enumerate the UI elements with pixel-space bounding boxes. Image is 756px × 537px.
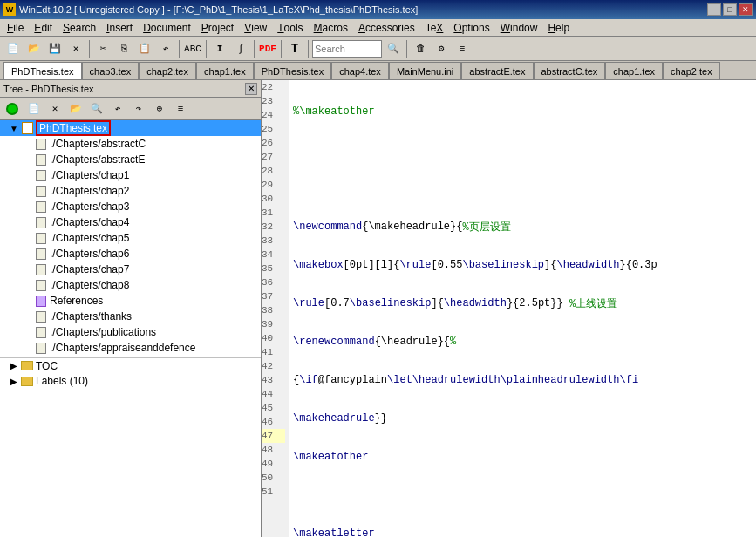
tab-1[interactable]: chap3.tex: [82, 62, 140, 79]
tree-item-appraise[interactable]: ▶ ./Chapters/appraiseanddefence: [0, 340, 261, 356]
bold-button[interactable]: I: [210, 39, 229, 58]
new-button[interactable]: 📄: [3, 39, 23, 58]
delete-button[interactable]: 🗑: [411, 39, 430, 58]
panel-close-button[interactable]: ✕: [245, 83, 257, 95]
separator-5: [281, 40, 282, 58]
tree-toggle-root[interactable]: ▼: [7, 121, 21, 135]
settings-button[interactable]: ⚙: [432, 39, 451, 58]
file-icon-chap8: [35, 279, 47, 291]
menu-insert[interactable]: Insert: [101, 19, 138, 36]
search-input[interactable]: [312, 40, 382, 58]
menu-bar: File Edit Search Insert Document Project…: [0, 19, 756, 37]
pdf-button[interactable]: PDF: [258, 39, 277, 58]
tree-view[interactable]: ▼ PhDThesis.tex ▶ ./Chapters/abstractC ▶…: [0, 120, 261, 537]
code-area[interactable]: 22 23 24 25 26 27 28 29 30 31 32 33 34 3…: [262, 80, 756, 537]
label-chap2: ./Chapters/chap2: [50, 185, 129, 197]
labels-toggle[interactable]: ▶: [7, 374, 21, 388]
menu-search[interactable]: Search: [58, 19, 101, 36]
panel-tb-btn4[interactable]: 🔍: [87, 99, 106, 119]
tree-item-chap6[interactable]: ▶ ./Chapters/chap6: [0, 246, 261, 262]
code-line-33: \makeatletter: [293, 527, 753, 537]
tree-item-chap4[interactable]: ▶ ./Chapters/chap4: [0, 214, 261, 230]
root-label[interactable]: PhDThesis.tex: [36, 120, 111, 136]
math-button[interactable]: ∫: [231, 39, 250, 58]
tab-3[interactable]: chap1.tex: [196, 62, 254, 79]
panel-tb-arrow[interactable]: [3, 99, 23, 119]
panel-tb-btn1[interactable]: 📄: [24, 99, 44, 119]
save-button[interactable]: 💾: [45, 39, 65, 58]
tree-item-chap8[interactable]: ▶ ./Chapters/chap8: [0, 277, 261, 293]
tree-item-chap5[interactable]: ▶ ./Chapters/chap5: [0, 230, 261, 246]
tab-9[interactable]: chap1.tex: [605, 62, 663, 79]
tree-item-references[interactable]: ▶ References: [0, 293, 261, 309]
file-icon-abstractc: [35, 138, 47, 150]
tree-item-abstracte[interactable]: ▶ ./Chapters/abstractE: [0, 152, 261, 167]
tab-0[interactable]: PhDThesis.tex: [3, 62, 82, 79]
tree-item-chap2[interactable]: ▶ ./Chapters/chap2: [0, 183, 261, 199]
tab-7[interactable]: abstractE.tex: [461, 62, 533, 79]
tree-item-thanks[interactable]: ▶ ./Chapters/thanks: [0, 309, 261, 324]
panel-tb-btn2[interactable]: ✕: [45, 99, 65, 119]
spell-button[interactable]: ABC: [183, 39, 202, 58]
search-go-button[interactable]: 🔍: [384, 39, 403, 58]
copy-button[interactable]: ⎘: [114, 39, 133, 58]
panel-tb-btn5[interactable]: ↶: [108, 99, 127, 119]
label-chap1: ./Chapters/chap1: [50, 169, 129, 181]
panel-tb-btn7[interactable]: ⊕: [150, 99, 169, 119]
tab-2[interactable]: chap2.tex: [139, 62, 196, 79]
code-line-32: [293, 488, 753, 502]
menu-options[interactable]: Options: [448, 19, 494, 36]
minimize-button[interactable]: —: [707, 3, 721, 16]
tree-item-publications[interactable]: ▶ ./Chapters/publications: [0, 324, 261, 340]
panel-tb-btn3[interactable]: 📂: [66, 99, 85, 119]
tree-spacer: ▶: [21, 137, 35, 151]
close-doc-button[interactable]: ✕: [66, 39, 85, 58]
tab-8[interactable]: abstractC.tex: [534, 62, 606, 79]
tree-item-labels[interactable]: ▶ Labels (10): [0, 373, 261, 389]
cut-button[interactable]: ✂: [93, 39, 112, 58]
tab-4[interactable]: PhDThesis.tex: [254, 62, 332, 79]
tree-item-chap1[interactable]: ▶ ./Chapters/chap1: [0, 167, 261, 183]
panel-title-text: Tree - PhDThesis.tex: [3, 84, 94, 94]
undo-button[interactable]: ↶: [156, 39, 175, 58]
menu-edit[interactable]: Edit: [29, 19, 58, 36]
label-appraise: ./Chapters/appraiseanddefence: [50, 342, 195, 354]
menu-tex[interactable]: TeX: [420, 19, 449, 36]
close-button[interactable]: ✕: [739, 3, 753, 16]
title-bar-left: W WinEdt 10.2 [ Unregistered Copy ] - [F…: [3, 3, 418, 16]
tree-item-toc[interactable]: ▶ TOC: [0, 357, 261, 373]
menu-view[interactable]: View: [239, 19, 272, 36]
code-line-29: {\if@fancyplain\let\headrulewidth\plainh…: [293, 373, 753, 387]
tree-item-abstractc[interactable]: ▶ ./Chapters/abstractC: [0, 136, 261, 152]
panel-tb-btn6[interactable]: ↷: [129, 99, 148, 119]
label-references: References: [50, 295, 103, 307]
tree-item-chap7[interactable]: ▶ ./Chapters/chap7: [0, 262, 261, 277]
open-button[interactable]: 📂: [24, 39, 44, 58]
menu-document[interactable]: Document: [138, 19, 196, 36]
menu-macros[interactable]: Macros: [309, 19, 353, 36]
menu-accessories[interactable]: Accessories: [353, 19, 420, 36]
tab-6[interactable]: MainMenu.ini: [389, 62, 461, 79]
tree-item-chap3[interactable]: ▶ ./Chapters/chap3: [0, 199, 261, 214]
label-chap8: ./Chapters/chap8: [50, 279, 129, 291]
menu-tools[interactable]: Tools: [272, 19, 308, 36]
title-controls[interactable]: — □ ✕: [707, 3, 753, 16]
file-icon-chap2: [35, 185, 47, 197]
menu-help[interactable]: Help: [542, 19, 575, 36]
menu-project[interactable]: Project: [196, 19, 239, 36]
font-large[interactable]: T: [285, 39, 304, 58]
file-icon-chap4: [35, 216, 47, 228]
toc-toggle[interactable]: ▶: [7, 359, 21, 373]
tab-5[interactable]: chap4.tex: [331, 62, 389, 79]
title-bar: W WinEdt 10.2 [ Unregistered Copy ] - [F…: [0, 0, 756, 19]
maximize-button[interactable]: □: [723, 3, 737, 16]
menu-window[interactable]: Window: [495, 19, 543, 36]
paste-button[interactable]: 📋: [135, 39, 154, 58]
separator-7: [406, 40, 407, 58]
tab-10[interactable]: chap2.tex: [663, 62, 720, 79]
label-chap5: ./Chapters/chap5: [50, 232, 129, 244]
more-button[interactable]: ≡: [453, 39, 472, 58]
menu-file[interactable]: File: [2, 19, 29, 36]
panel-tb-btn8[interactable]: ≡: [171, 99, 190, 119]
tree-item-root[interactable]: ▼ PhDThesis.tex: [0, 120, 261, 136]
